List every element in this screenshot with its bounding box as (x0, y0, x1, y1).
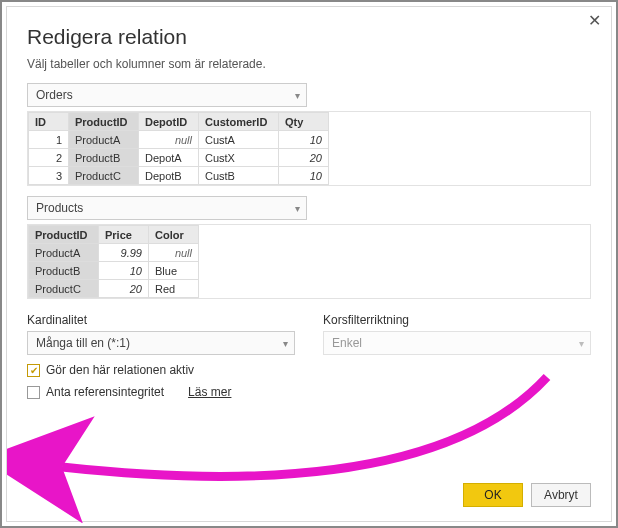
table-row[interactable]: ProductA 9.99 null (29, 244, 199, 262)
cardinality-select[interactable]: Många till en (*:1) ▾ (27, 331, 295, 355)
orders-table[interactable]: ID ProductID DepotID CustomerID Qty 1 Pr… (28, 112, 329, 185)
options-row: Kardinalitet Många till en (*:1) ▾ Korsf… (27, 313, 591, 355)
ok-button[interactable]: OK (463, 483, 523, 507)
col-id[interactable]: ID (29, 113, 69, 131)
table-row[interactable]: 2 ProductB DepotA CustX 20 (29, 149, 329, 167)
table1-select-value: Orders (36, 88, 73, 102)
refintegrity-checkbox[interactable] (27, 386, 40, 399)
chevron-down-icon: ▾ (295, 90, 300, 101)
table-row[interactable]: 3 ProductC DepotB CustB 10 (29, 167, 329, 185)
dialog-footer: OK Avbryt (27, 473, 591, 507)
col-price[interactable]: Price (99, 226, 149, 244)
chevron-down-icon: ▾ (295, 203, 300, 214)
col-depotid[interactable]: DepotID (139, 113, 199, 131)
col-qty[interactable]: Qty (279, 113, 329, 131)
table1-preview: ID ProductID DepotID CustomerID Qty 1 Pr… (27, 111, 591, 186)
col-customerid[interactable]: CustomerID (199, 113, 279, 131)
table2-select[interactable]: Products ▾ (27, 196, 307, 220)
col-productid[interactable]: ProductID (69, 113, 139, 131)
table1-select[interactable]: Orders ▾ (27, 83, 307, 107)
dialog-frame: ✕ Redigera relation Välj tabeller och ko… (0, 0, 618, 528)
refintegrity-checkbox-row: Anta referensintegritet Läs mer (27, 385, 591, 399)
refintegrity-checkbox-label: Anta referensintegritet (46, 385, 164, 399)
products-table[interactable]: ProductID Price Color ProductA 9.99 null… (28, 225, 199, 298)
crossfilter-select: Enkel ▾ (323, 331, 591, 355)
chevron-down-icon: ▾ (579, 338, 584, 349)
dialog-title: Redigera relation (27, 25, 591, 49)
active-checkbox-label: Gör den här relationen aktiv (46, 363, 194, 377)
dialog-subtitle: Välj tabeller och kolumner som är relate… (27, 57, 591, 71)
active-checkbox-row: ✔ Gör den här relationen aktiv (27, 363, 591, 377)
table-row[interactable]: ProductB 10 Blue (29, 262, 199, 280)
table2-select-value: Products (36, 201, 83, 215)
learn-more-link[interactable]: Läs mer (188, 385, 231, 399)
chevron-down-icon: ▾ (283, 338, 288, 349)
active-checkbox[interactable]: ✔ (27, 364, 40, 377)
dialog-body: ✕ Redigera relation Välj tabeller och ko… (6, 6, 612, 522)
cardinality-label: Kardinalitet (27, 313, 295, 327)
col-color[interactable]: Color (149, 226, 199, 244)
table2-preview: ProductID Price Color ProductA 9.99 null… (27, 224, 591, 299)
table-row[interactable]: 1 ProductA null CustA 10 (29, 131, 329, 149)
cancel-button[interactable]: Avbryt (531, 483, 591, 507)
close-icon[interactable]: ✕ (588, 13, 601, 29)
crossfilter-label: Korsfilterriktning (323, 313, 591, 327)
col-productid[interactable]: ProductID (29, 226, 99, 244)
table-row[interactable]: ProductC 20 Red (29, 280, 199, 298)
